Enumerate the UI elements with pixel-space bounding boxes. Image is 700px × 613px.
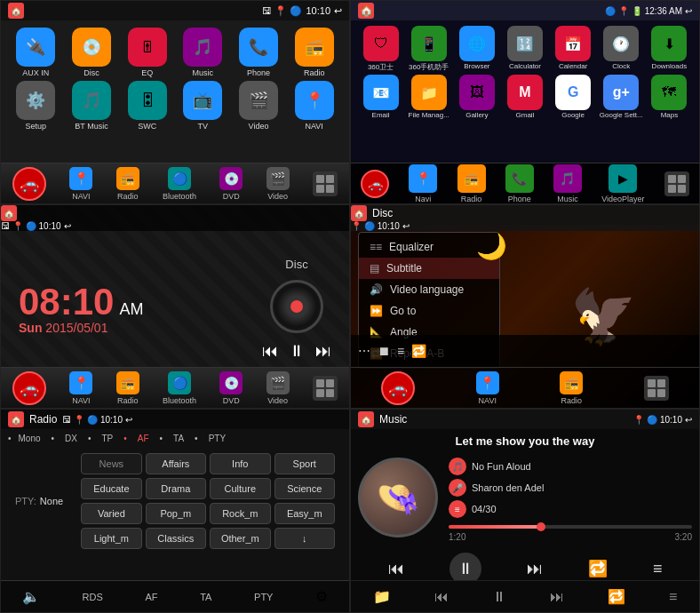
app-radio-home[interactable]: 📻 Radio bbox=[288, 28, 340, 77]
nav-bluetooth[interactable]: 🔵 Bluetooth bbox=[163, 167, 196, 201]
app-setup[interactable]: ⚙️ Setup bbox=[10, 81, 62, 131]
prev-button[interactable]: ⏮ bbox=[262, 342, 278, 361]
music-bottom-pause[interactable]: ⏸ bbox=[492, 589, 506, 605]
app-calculator[interactable]: 🔢 Calculator bbox=[502, 26, 547, 72]
clock-back-icon[interactable]: ↩ bbox=[64, 221, 71, 231]
dvd-car-button[interactable]: 🚗 bbox=[381, 371, 415, 405]
clock-nav-radio[interactable]: 📻 Radio bbox=[116, 371, 139, 405]
dvd-nav-item2[interactable]: 📻 Radio bbox=[560, 371, 583, 405]
music-bottom-next[interactable]: ⏭ bbox=[550, 589, 564, 605]
dvd-list-btn[interactable]: ≡ bbox=[397, 344, 404, 358]
android-nav-music[interactable]: 🎵 Music bbox=[553, 164, 582, 203]
music-prev-btn[interactable]: ⏮ bbox=[388, 560, 404, 578]
nav-grid-toggle[interactable] bbox=[313, 171, 338, 196]
app-360-guard[interactable]: 🛡 360卫士 bbox=[358, 26, 403, 72]
clock-nav-video[interactable]: 🎬 Video bbox=[266, 371, 290, 405]
app-navi-top[interactable]: 📍 NAVI bbox=[288, 81, 340, 131]
clock-nav-dvd[interactable]: 💿 DVD bbox=[219, 371, 243, 405]
app-file-manager[interactable]: 📁 File Manag... bbox=[406, 75, 451, 119]
music-repeat-btn[interactable]: 🔁 bbox=[588, 559, 608, 578]
app-bt-music[interactable]: 🎵 BT Music bbox=[66, 81, 118, 131]
android-back[interactable]: ↩ bbox=[685, 6, 692, 16]
app-phone[interactable]: 📞 Phone bbox=[233, 28, 285, 77]
radio-btn-culture[interactable]: Culture bbox=[210, 478, 270, 499]
app-google[interactable]: G Google bbox=[551, 75, 596, 119]
dvd-grid-toggle[interactable] bbox=[644, 376, 669, 401]
back-icon-home[interactable]: ↩ bbox=[334, 5, 342, 17]
radio-btn-info[interactable]: Info bbox=[210, 453, 270, 474]
home-icon[interactable]: 🏠 bbox=[8, 3, 24, 19]
android-home-icon[interactable]: 🏠 bbox=[358, 3, 374, 19]
app-gallery[interactable]: 🖼 Gallery bbox=[454, 75, 499, 119]
menu-item-goto[interactable]: ⏩ Go to bbox=[359, 300, 499, 322]
radio-btn-otherm[interactable]: Other_m bbox=[210, 528, 270, 549]
radio-btn-drama[interactable]: Drama bbox=[146, 478, 206, 499]
app-aux-in[interactable]: 🔌 AUX IN bbox=[10, 28, 62, 77]
radio-btn-news[interactable]: News bbox=[81, 453, 141, 474]
nav-navi[interactable]: 📍 NAVI bbox=[69, 167, 92, 201]
nav-car-button[interactable]: 🚗 bbox=[12, 167, 46, 201]
app-tv[interactable]: 📺 TV bbox=[177, 81, 229, 131]
radio-back-icon[interactable]: ↩ bbox=[125, 415, 132, 425]
radio-btn-rockm[interactable]: Rock_m bbox=[210, 503, 270, 524]
app-eq[interactable]: 🎚 EQ bbox=[121, 28, 173, 77]
app-google-settings[interactable]: g+ Google Sett... bbox=[599, 75, 644, 119]
radio-btn-classics[interactable]: Classics bbox=[146, 528, 206, 549]
app-music[interactable]: 🎵 Music bbox=[177, 28, 229, 77]
clock-grid-toggle[interactable] bbox=[313, 376, 338, 401]
pause-button[interactable]: ⏸ bbox=[289, 342, 305, 361]
nav-video[interactable]: 🎬 Video bbox=[266, 167, 290, 201]
app-maps[interactable]: 🗺 Maps bbox=[647, 75, 692, 119]
dvd-repeat-btn[interactable]: 🔁 bbox=[411, 344, 426, 358]
music-home-icon[interactable]: 🏠 bbox=[358, 411, 374, 427]
android-nav-phone[interactable]: 📞 Phone bbox=[505, 164, 534, 203]
android-car-button[interactable]: 🚗 bbox=[361, 170, 389, 198]
app-calendar[interactable]: 📅 Calendar bbox=[551, 26, 596, 72]
nav-radio[interactable]: 📻 Radio bbox=[116, 167, 139, 201]
radio-vol-icon[interactable]: 🔈 bbox=[22, 588, 40, 605]
radio-btn-down[interactable]: ↓ bbox=[274, 528, 335, 549]
music-bottom-prev[interactable]: ⏮ bbox=[434, 589, 449, 605]
radio-btn-popm[interactable]: Pop_m bbox=[146, 503, 206, 524]
radio-af[interactable]: AF bbox=[145, 592, 157, 602]
next-button[interactable]: ⏭ bbox=[315, 342, 331, 361]
music-folder-btn[interactable]: 📁 bbox=[373, 588, 391, 605]
radio-rds[interactable]: RDS bbox=[83, 592, 103, 602]
progress-thumb[interactable] bbox=[537, 522, 545, 531]
radio-btn-educate[interactable]: Educate bbox=[81, 478, 141, 499]
app-gmail[interactable]: M Gmail bbox=[502, 75, 547, 119]
radio-btn-affairs[interactable]: Affairs bbox=[146, 453, 206, 474]
radio-settings-icon[interactable]: ⚙ bbox=[315, 588, 328, 605]
radio-btn-sport[interactable]: Sport bbox=[274, 453, 335, 474]
radio-btn-science[interactable]: Science bbox=[274, 478, 335, 499]
clock-nav-navi[interactable]: 📍 NAVI bbox=[69, 371, 92, 405]
android-nav-navi[interactable]: 📍 Navi bbox=[409, 164, 437, 203]
app-swc[interactable]: 🎛 SWC bbox=[121, 81, 173, 131]
radio-btn-easym[interactable]: Easy_m bbox=[274, 503, 335, 524]
app-video[interactable]: 🎬 Video bbox=[233, 81, 285, 131]
app-browser[interactable]: 🌐 Browser bbox=[454, 26, 499, 72]
radio-btn-varied[interactable]: Varied bbox=[81, 503, 141, 524]
music-next-btn[interactable]: ⏭ bbox=[527, 560, 543, 578]
app-360-assistant[interactable]: 📱 360手机助手 bbox=[406, 26, 451, 72]
radio-pty-btn[interactable]: PTY bbox=[254, 592, 273, 602]
clock-nav-bluetooth[interactable]: 🔵 Bluetooth bbox=[163, 371, 196, 405]
dvd-stop-btn[interactable]: ⏹ bbox=[378, 344, 390, 358]
android-nav-video[interactable]: ▶ VideoPlayer bbox=[601, 164, 644, 203]
menu-item-video-language[interactable]: 🔊 Video language bbox=[359, 279, 499, 300]
music-back-icon[interactable]: ↩ bbox=[685, 415, 692, 425]
progress-bar[interactable] bbox=[449, 525, 692, 529]
music-bottom-repeat[interactable]: 🔁 bbox=[608, 588, 625, 605]
dvd-nav-item1[interactable]: 📍 NAVI bbox=[476, 371, 499, 405]
radio-btn-lightm[interactable]: Light_m bbox=[81, 528, 141, 549]
app-clock[interactable]: 🕐 Clock bbox=[599, 26, 644, 72]
dvd-back-icon[interactable]: ↩ bbox=[402, 221, 410, 231]
dvd-home-icon[interactable]: 🏠 bbox=[351, 205, 367, 221]
clock-car-button[interactable]: 🚗 bbox=[12, 371, 46, 405]
app-downloads[interactable]: ⬇ Downloads bbox=[647, 26, 692, 72]
nav-dvd[interactable]: 💿 DVD bbox=[219, 167, 243, 201]
android-grid-toggle[interactable] bbox=[664, 171, 689, 196]
music-list-btn[interactable]: ≡ bbox=[653, 560, 663, 578]
music-bottom-menu[interactable]: ≡ bbox=[669, 589, 677, 605]
dvd-menu-btn[interactable]: ⋯ bbox=[358, 344, 370, 358]
